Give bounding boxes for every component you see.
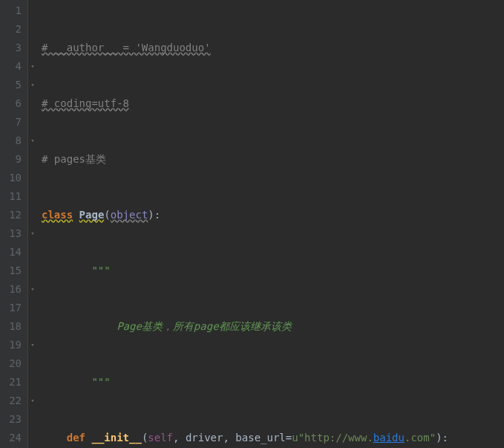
code-line[interactable]: # coding=utf-8 [42,94,504,113]
fold-marker[interactable] [28,299,37,317]
fold-marker[interactable] [28,113,37,132]
code-editor[interactable]: 1 2 3 4 5 6 7 8 9 10 11 12 13 14 15 16 1… [0,0,504,448]
docstring: Page基类，所有page都应该继承该类 [117,320,291,332]
fold-marker[interactable] [28,410,37,429]
fold-marker[interactable]: ▾ [28,280,37,299]
line-number: 21 [0,373,22,392]
fold-marker[interactable] [28,20,37,39]
keyword: class [42,209,73,221]
line-number: 7 [0,113,22,132]
fold-marker[interactable] [28,39,37,57]
fold-marker[interactable] [28,429,37,447]
line-number: 17 [0,299,22,317]
line-number: 3 [0,39,22,57]
function-name: __init__ [91,432,141,444]
fold-marker[interactable]: ▾ [28,132,37,150]
line-number: 4 [0,57,22,76]
fold-marker[interactable] [28,243,37,262]
fold-marker[interactable] [28,187,37,206]
fold-marker[interactable]: ▾ [28,224,37,243]
fold-marker[interactable] [28,1,37,20]
line-number: 11 [0,187,22,206]
line-number: 24 [0,429,22,447]
comment: # __author__ = 'Wangduoduo' [42,42,211,53]
line-number: 13 [0,224,22,243]
fold-marker[interactable] [28,169,37,187]
line-number: 20 [0,354,22,373]
fold-marker[interactable]: ▾ [28,392,37,410]
line-number: 18 [0,317,22,336]
self-param: self [148,432,173,444]
line-number: 19 [0,336,22,354]
fold-marker[interactable]: ▾ [28,336,37,354]
code-line[interactable]: # pages基类 [42,150,504,169]
code-line[interactable]: class Page(object): [42,206,504,224]
line-number: 1 [0,1,22,20]
code-line[interactable]: # __author__ = 'Wangduoduo' [42,39,504,57]
fold-marker[interactable] [28,354,37,373]
line-number: 23 [0,410,22,429]
fold-marker[interactable] [28,262,37,280]
code-line[interactable]: def __init__(self, driver, base_url=u"ht… [42,429,504,447]
line-number: 15 [0,262,22,280]
line-number: 22 [0,392,22,410]
line-number: 16 [0,280,22,299]
fold-marker[interactable]: ▾ [28,57,37,76]
comment: # coding=utf-8 [42,97,129,109]
fold-marker[interactable] [28,317,37,336]
docstring-quote: """ [91,264,110,276]
code-line[interactable]: """ [42,262,504,280]
fold-gutter: ▾ ▾ ▾ ▾ ▾ ▾ ▾ [28,0,37,448]
line-number: 2 [0,20,22,39]
line-number: 6 [0,94,22,113]
comment: # pages基类 [42,153,106,165]
fold-marker[interactable]: ▾ [28,76,37,94]
fold-marker[interactable] [28,94,37,113]
fold-marker[interactable] [28,206,37,224]
class-name: Page [79,209,105,221]
line-number: 12 [0,206,22,224]
line-number: 14 [0,243,22,262]
builtin: object [111,209,148,221]
code-area[interactable]: # __author__ = 'Wangduoduo' # coding=utf… [37,0,504,448]
code-line[interactable]: """ [42,373,504,392]
line-number: 9 [0,150,22,169]
line-number: 8 [0,132,22,150]
fold-marker[interactable] [28,150,37,169]
url-link: baidu [373,432,405,444]
code-line[interactable]: Page基类，所有page都应该继承该类 [42,317,504,336]
line-number: 10 [0,169,22,187]
keyword: def [67,432,85,444]
line-number-gutter: 1 2 3 4 5 6 7 8 9 10 11 12 13 14 15 16 1… [0,0,28,448]
docstring-quote: """ [91,376,110,388]
fold-marker[interactable] [28,373,37,392]
line-number: 5 [0,76,22,94]
